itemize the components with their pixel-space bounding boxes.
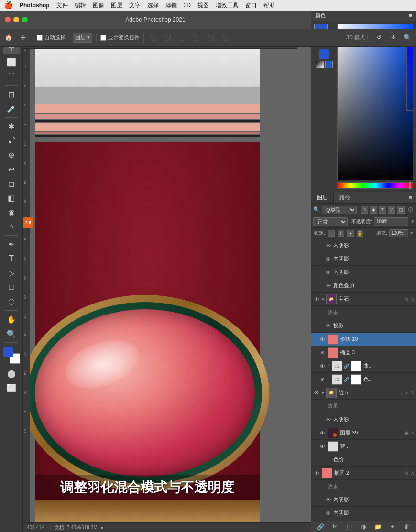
eye-icon[interactable]: 👁 [325, 256, 331, 262]
layer-item-inner-shadow-3[interactable]: 👁 内阴影 [311, 266, 416, 279]
color-panel-menu-icon[interactable]: ≡ [408, 12, 412, 19]
hue-strip[interactable] [337, 182, 413, 189]
fill-arrow[interactable]: ▾ [410, 230, 413, 236]
filter-text-btn[interactable]: T [379, 206, 386, 214]
menu-select[interactable]: 选择 [147, 1, 159, 10]
add-mask-btn[interactable]: ⬚ [344, 522, 354, 532]
eyedropper-tool[interactable]: 💉 [3, 102, 20, 115]
color-indicator-icon[interactable] [325, 61, 333, 68]
layer-item-drop-shadow[interactable]: 👁 投影 [311, 319, 416, 333]
layers-list[interactable]: 👁 内阴影 👁 内阴影 👁 内阴影 👁 颜色叠加 👁 ▾ 📁 宝石 [311, 239, 416, 521]
foreground-color-swatch[interactable] [3, 347, 13, 357]
menu-window[interactable]: 窗口 [245, 1, 257, 10]
color-square-fg[interactable] [319, 49, 329, 59]
home-btn[interactable]: 🏠 [3, 32, 14, 43]
eye-icon[interactable]: 👁 [313, 470, 320, 477]
menu-help[interactable]: 帮助 [263, 1, 275, 10]
layer-item-39[interactable]: 👁 图层 39 ◉ ∧ [311, 426, 416, 440]
auto-select-checkbox[interactable]: ✓ [37, 35, 43, 41]
opacity-arrow[interactable]: ▾ [411, 218, 414, 225]
screen-mode-btn[interactable]: ⬜ [3, 381, 20, 394]
layer-item-e2-inner-shadow-2[interactable]: 👁 内阴影 [311, 507, 416, 520]
layer-item-group5[interactable]: 👁 ▾ 📁 组 5 fx ∧ [311, 386, 416, 400]
eye-icon[interactable]: 👁 [325, 416, 331, 423]
filter-adjust-btn[interactable]: ◈ [370, 206, 377, 214]
eye-icon[interactable]: 👁 [325, 269, 331, 276]
brush-tool[interactable]: 🖌 [3, 134, 20, 147]
eye-icon[interactable]: 👁 [319, 363, 326, 369]
menu-layers[interactable]: 图层 [111, 1, 122, 10]
crop-tool[interactable]: ⊡ [3, 87, 20, 101]
delete-layer-btn[interactable]: 🗑 [402, 522, 412, 532]
layer-item-shape10[interactable]: 👁 形状 10 [311, 333, 416, 346]
tab-paths[interactable]: 路径 [334, 192, 356, 203]
align-right-btn[interactable]: ⬛ [176, 32, 188, 43]
eye-icon[interactable]: 👁 [325, 282, 331, 289]
menu-plugins[interactable]: 增效工具 [216, 1, 239, 10]
bw-gradient-icon[interactable] [316, 61, 324, 68]
layer-item-color-overlay[interactable]: 👁 颜色叠加 [311, 279, 416, 293]
lock-all-btn[interactable]: 🔒 [357, 230, 363, 237]
path-selection[interactable]: ▷ [3, 266, 20, 280]
align-center-btn[interactable]: ⬛ [162, 32, 174, 43]
layer-item-e2-effects[interactable]: · 效果 [311, 480, 416, 493]
transform-checkbox[interactable] [100, 35, 106, 41]
layer-item-e2-inner-shadow-1[interactable]: 👁 内阴影 [311, 493, 416, 507]
layer-item-gem-effects[interactable]: · 效果 [311, 306, 416, 319]
link-layers-btn[interactable]: 🔗 [316, 522, 325, 532]
eye-icon[interactable]: 👁 [325, 510, 331, 517]
menu-photoshop[interactable]: Photoshop [20, 2, 50, 9]
gradient-tool[interactable]: ◧ [3, 191, 20, 205]
eye-icon[interactable]: 👁 [319, 430, 326, 436]
filter-type-dropdown[interactable]: Q类型 [322, 206, 357, 214]
color-picker-square[interactable] [337, 24, 413, 180]
align-left-btn[interactable]: ⬛ [148, 32, 159, 43]
add-style-btn[interactable]: fx [330, 522, 339, 532]
layer-item-inner-shadow-2[interactable]: 👁 内阴影 [311, 252, 416, 266]
eye-icon[interactable]: 👁 [319, 336, 326, 343]
eye-icon[interactable]: 👁 [325, 497, 331, 503]
layer-item-ellipse3[interactable]: 👁 椭圆 3 [311, 346, 416, 359]
layer-item-gem-group[interactable]: 👁 ▾ 📁 宝石 fx ∧ [311, 293, 416, 306]
3d-pan[interactable]: ✛ [387, 32, 399, 43]
blend-mode-dropdown[interactable]: 正常 [313, 217, 348, 226]
eye-icon[interactable]: 👁 [325, 242, 331, 249]
menu-view[interactable]: 视图 [197, 1, 209, 10]
eraser-tool[interactable]: ◻ [3, 177, 20, 190]
text-tool[interactable]: T [3, 252, 20, 265]
filter-smart-btn[interactable]: ◫ [397, 206, 405, 214]
canvas-image[interactable]: 调整羽化混合模式与不透明度 [35, 49, 260, 515]
opacity-input[interactable]: 100% [374, 217, 408, 226]
new-group-btn[interactable]: 📁 [373, 522, 383, 532]
3d-rotate[interactable]: ↺ [373, 32, 384, 43]
lock-pos-btn[interactable]: ✛ [338, 230, 344, 237]
zoom-tool[interactable]: 🔍 [3, 327, 20, 340]
eye-icon[interactable]: 👁 [313, 390, 320, 396]
eye-icon[interactable]: 👁 [319, 443, 326, 450]
layer-item-group5-inner-shadow[interactable]: 👁 内阴影 [311, 413, 416, 426]
selection-rect-tool[interactable]: ⬜ [3, 55, 20, 69]
quick-mask-toggle[interactable]: ⬤ [3, 367, 20, 380]
history-brush[interactable]: ↩ [3, 163, 20, 176]
3d-tool[interactable]: ⬡ [3, 295, 20, 308]
menu-3d[interactable]: 3D [184, 2, 191, 9]
filter-shape-btn[interactable]: ⬡ [388, 206, 395, 214]
healing-brush[interactable]: ✱ [3, 119, 20, 133]
apple-menu[interactable]: 🍎 [4, 1, 13, 10]
shape-tool[interactable]: □ [3, 281, 20, 294]
lock-pixel-btn[interactable]: ⬚ [328, 230, 335, 237]
window-minimize[interactable] [13, 17, 19, 22]
menu-text[interactable]: 文字 [129, 1, 141, 10]
menu-edit[interactable]: 编辑 [75, 1, 86, 10]
eye-icon[interactable]: 👁 [319, 376, 326, 383]
blur-tool[interactable]: ◉ [3, 206, 20, 219]
filter-pixel-btn[interactable]: □ [361, 206, 368, 214]
pen-tool[interactable]: ✒ [3, 238, 20, 251]
fill-input[interactable]: 100% [389, 229, 408, 237]
eye-icon[interactable]: 👁 [325, 323, 331, 329]
tab-layers[interactable]: 图层 [311, 192, 334, 203]
new-layer-btn[interactable]: + [388, 522, 397, 532]
eye-icon[interactable]: 👁 [319, 349, 326, 356]
window-close[interactable] [5, 17, 11, 22]
menu-filter[interactable]: 滤镜 [165, 1, 177, 10]
